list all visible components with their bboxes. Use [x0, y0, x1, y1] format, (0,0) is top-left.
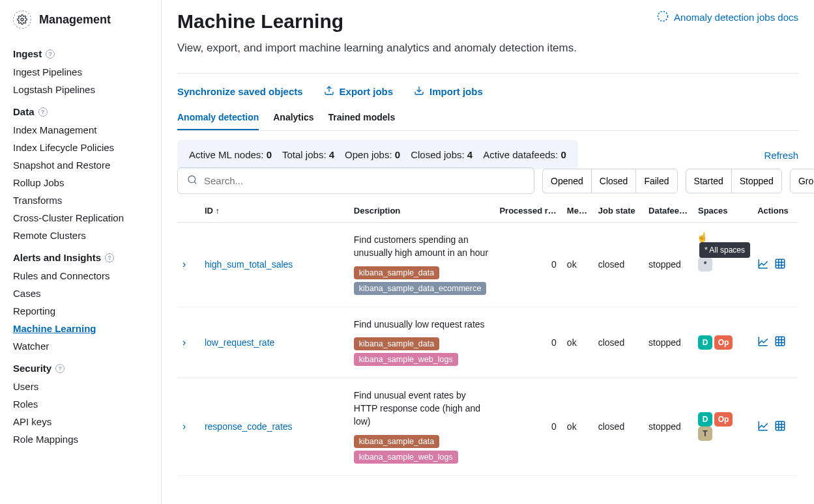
divider [177, 73, 798, 74]
column-header-id[interactable]: ID [199, 199, 349, 223]
stat-active-datafeeds-: Active datafeeds: 0 [483, 149, 566, 160]
filter-opened[interactable]: Opened [542, 169, 591, 193]
cell-datafeed: stopped [643, 378, 693, 475]
nav-section-data: Data? [0, 98, 161, 121]
sidebar-item-transforms[interactable]: Transforms [0, 191, 161, 209]
tag-kibana_sample_web_logs: kibana_sample_web_logs [354, 451, 458, 464]
chart-icon[interactable] [757, 335, 769, 349]
help-icon: ? [46, 49, 55, 59]
space-badge-*[interactable]: * [698, 257, 712, 272]
job-id-link[interactable]: low_request_rate [205, 337, 274, 348]
cell-spaces: DOpT [693, 378, 752, 475]
filter-group-state: OpenedClosedFailed [542, 169, 678, 193]
column-header-description[interactable]: Description [349, 199, 495, 223]
cell-memory: ok [562, 378, 593, 475]
download-icon [414, 85, 424, 98]
sidebar-title: Management [39, 13, 111, 27]
chart-icon[interactable] [757, 420, 769, 434]
sidebar-item-logstash-pipelines[interactable]: Logstash Pipelines [0, 81, 161, 98]
sidebar-item-rules-and-connectors[interactable]: Rules and Connectors [0, 267, 161, 285]
sync-label: Synchronize saved objects [177, 86, 303, 97]
svg-point-1 [658, 12, 668, 21]
cell-job_state: closed [593, 307, 643, 378]
cell-memory: ok [562, 307, 593, 378]
group-dropdown[interactable]: Group ▾ [790, 169, 814, 193]
sidebar-item-reporting[interactable]: Reporting [0, 302, 161, 320]
svg-point-4 [188, 176, 196, 183]
import-jobs-link[interactable]: Import jobs [414, 85, 483, 98]
tab-anomaly-detection[interactable]: Anomaly detection [177, 109, 259, 130]
nav-section-alerts-and-insights: Alerts and Insights? [0, 244, 161, 267]
sidebar-item-cross-cluster-replication[interactable]: Cross-Cluster Replication [0, 209, 161, 227]
sidebar-item-role-mappings[interactable]: Role Mappings [0, 430, 161, 448]
column-header-spaces[interactable]: Spaces [693, 199, 752, 223]
search-input-wrapper[interactable] [177, 167, 534, 194]
grid-icon[interactable] [774, 335, 786, 349]
sidebar-item-roles[interactable]: Roles [0, 395, 161, 413]
refresh-link[interactable]: Refresh [764, 150, 798, 161]
help-icon: ? [38, 107, 48, 117]
svg-point-0 [21, 18, 23, 21]
space-badge-D[interactable]: D [698, 335, 712, 350]
sidebar-item-rollup-jobs[interactable]: Rollup Jobs [0, 174, 161, 191]
docs-link[interactable]: Anomaly detection jobs docs [657, 10, 798, 24]
stats-bar: Active ML nodes: 0Total jobs: 4Open jobs… [177, 140, 578, 169]
job-id-link[interactable]: high_sum_total_sales [205, 259, 293, 270]
search-input[interactable] [204, 175, 525, 186]
sidebar: Management Ingest?Ingest PipelinesLogsta… [0, 0, 162, 504]
space-badge-Op[interactable]: Op [714, 412, 733, 427]
filter-failed[interactable]: Failed [635, 169, 677, 193]
tag-kibana_sample_web_logs: kibana_sample_web_logs [354, 353, 458, 366]
expand-row-icon[interactable]: › [182, 421, 186, 432]
job-id-link[interactable]: response_code_rates [205, 421, 293, 432]
expand-row-icon[interactable]: › [182, 259, 186, 270]
grid-icon[interactable] [774, 258, 786, 272]
filter-started[interactable]: Started [686, 169, 731, 193]
cell-job_state: closed [593, 378, 643, 475]
sidebar-item-ingest-pipelines[interactable]: Ingest Pipelines [0, 63, 161, 81]
nav-section-security: Security? [0, 355, 161, 378]
sync-saved-objects-link[interactable]: Synchronize saved objects [177, 85, 303, 98]
space-badge-D[interactable]: D [698, 412, 712, 427]
cell-datafeed: stopped [643, 307, 693, 378]
expand-row-icon[interactable]: › [182, 337, 186, 348]
cell-processed: 0 [494, 378, 561, 475]
svg-rect-6 [776, 259, 785, 268]
sidebar-item-snapshot-and-restore[interactable]: Snapshot and Restore [0, 156, 161, 174]
column-header-datafee-[interactable]: Datafee… [643, 199, 693, 223]
sidebar-item-index-management[interactable]: Index Management [0, 121, 161, 139]
cell-memory: ok [562, 223, 593, 307]
jobs-table: IDDescriptionProcessed r…Me…Job stateDat… [177, 199, 798, 476]
tab-analytics[interactable]: Analytics [273, 109, 313, 130]
chart-icon[interactable] [757, 258, 769, 272]
page-title: Machine Learning [177, 10, 343, 33]
tag-kibana_sample_data: kibana_sample_data [354, 435, 439, 448]
sidebar-item-cases[interactable]: Cases [0, 285, 161, 302]
export-jobs-link[interactable]: Export jobs [324, 85, 394, 98]
nav-section-ingest: Ingest? [0, 40, 161, 63]
svg-rect-16 [776, 421, 785, 430]
space-badge-T[interactable]: T [698, 427, 712, 441]
column-header-actions[interactable]: Actions [752, 199, 798, 223]
column-header-me-[interactable]: Me… [562, 199, 593, 223]
space-badge-Op[interactable]: Op [714, 335, 733, 350]
filter-stopped[interactable]: Stopped [731, 169, 782, 193]
grid-icon[interactable] [774, 420, 786, 434]
sidebar-item-users[interactable]: Users [0, 378, 161, 395]
filter-closed[interactable]: Closed [591, 169, 636, 193]
import-label: Import jobs [429, 86, 483, 97]
tabs: Anomaly detectionAnalyticsTrained models [177, 109, 798, 131]
table-row: ›high_sum_total_salesFind customers spen… [177, 223, 798, 307]
filter-group-datafeed: StartedStopped [686, 169, 782, 193]
cell-processed: 0 [494, 307, 561, 378]
column-header-job-state[interactable]: Job state [593, 199, 643, 223]
action-links: Synchronize saved objects Export jobs Im… [177, 85, 798, 98]
cell-datafeed: stopped [643, 223, 693, 307]
sidebar-item-index-lifecycle-policies[interactable]: Index Lifecycle Policies [0, 139, 161, 156]
sidebar-item-api-keys[interactable]: API keys [0, 413, 161, 430]
sidebar-item-watcher[interactable]: Watcher [0, 337, 161, 355]
tab-trained-models[interactable]: Trained models [328, 109, 396, 130]
sidebar-item-machine-learning[interactable]: Machine Learning [0, 320, 161, 337]
sidebar-item-remote-clusters[interactable]: Remote Clusters [0, 227, 161, 244]
column-header-processed-r-[interactable]: Processed r… [494, 199, 561, 223]
